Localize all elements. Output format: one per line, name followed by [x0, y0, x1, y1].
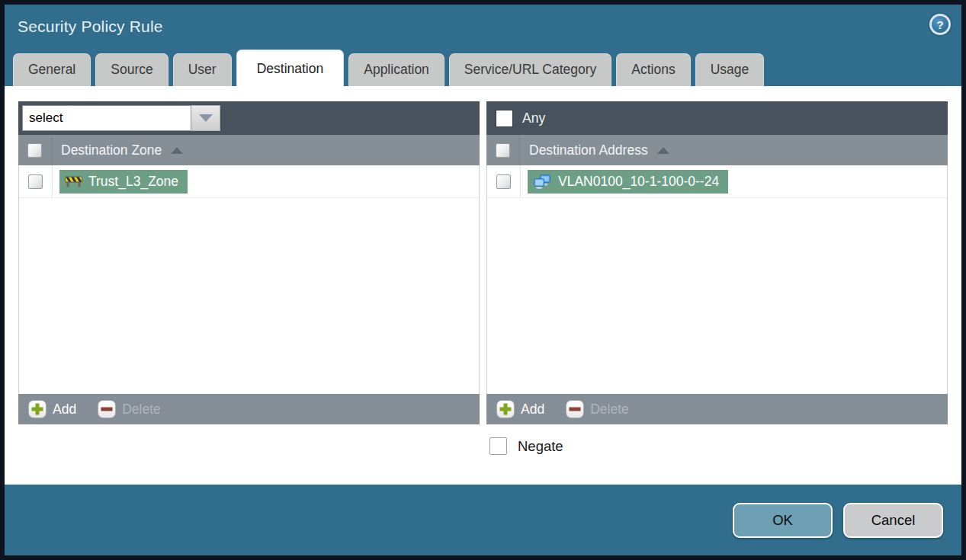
zone-list: Trust_L3_Zone: [18, 165, 480, 394]
zone-filter-dropdown-button[interactable]: [191, 105, 220, 131]
cancel-button[interactable]: Cancel: [843, 503, 943, 538]
destination-tab-content: Destination Zone: [5, 86, 961, 485]
zone-barrier-icon: [65, 175, 82, 187]
tab-general[interactable]: General: [13, 53, 91, 87]
zone-delete-button[interactable]: Delete: [98, 400, 161, 418]
zone-panel-topbar: [18, 101, 480, 135]
zone-row-checkbox-cell: [19, 165, 53, 197]
tab-service-url-category[interactable]: Service/URL Category: [449, 53, 611, 87]
tab-actions[interactable]: Actions: [616, 53, 690, 87]
address-list: VLAN0100_10-1-100-0--24: [486, 165, 948, 394]
ok-button[interactable]: OK: [733, 503, 833, 538]
address-add-label: Add: [521, 402, 544, 418]
zone-panel: Destination Zone: [18, 101, 480, 424]
tab-source[interactable]: Source: [95, 53, 168, 87]
zone-table-header: Destination Zone: [18, 135, 480, 165]
tab-bar: General Source User Destination Applicat…: [5, 48, 961, 86]
zone-add-label: Add: [53, 402, 76, 418]
negate-row: Negate: [489, 437, 948, 455]
zone-filter-input[interactable]: [22, 105, 191, 131]
zone-chip[interactable]: Trust_L3_Zone: [59, 170, 188, 194]
zone-header-checkbox-cell: [18, 135, 52, 165]
network-address-icon: [533, 174, 552, 189]
address-table-header: Destination Address: [486, 135, 948, 165]
tab-destination[interactable]: Destination: [236, 50, 345, 87]
plus-icon: [496, 400, 515, 418]
address-panel: Any Destination Address: [486, 101, 948, 424]
negate-label: Negate: [518, 438, 563, 455]
tab-usage[interactable]: Usage: [695, 53, 765, 87]
zone-select-all-checkbox[interactable]: [27, 143, 42, 158]
address-column-header: Destination Address: [529, 142, 648, 158]
address-row-checkbox-cell: [487, 165, 521, 197]
zone-filter-combo: [22, 105, 220, 131]
security-policy-rule-dialog: Security Policy Rule ? General Source Us…: [0, 0, 966, 560]
panels-row: Destination Zone: [18, 101, 948, 455]
any-checkbox[interactable]: [496, 110, 512, 126]
zone-column-header: Destination Zone: [61, 142, 162, 158]
tab-application[interactable]: Application: [348, 53, 444, 87]
any-label: Any: [522, 110, 545, 126]
zone-row-checkbox[interactable]: [28, 174, 43, 189]
zone-add-button[interactable]: Add: [28, 400, 76, 418]
address-select-all-checkbox[interactable]: [496, 143, 510, 158]
address-column: Any Destination Address: [486, 101, 948, 455]
address-add-button[interactable]: Add: [496, 400, 544, 418]
zone-column: Destination Zone: [18, 101, 480, 455]
help-icon[interactable]: ?: [929, 14, 951, 35]
sort-ascending-icon: [171, 147, 183, 154]
minus-icon: [98, 400, 116, 418]
address-header-checkbox-cell: [486, 135, 520, 165]
address-panel-footer: Add Delete: [486, 394, 948, 424]
address-delete-label: Delete: [590, 402, 629, 418]
address-panel-topbar: Any: [486, 101, 948, 135]
chevron-down-icon: [199, 114, 213, 122]
address-list-row[interactable]: VLAN0100_10-1-100-0--24: [487, 165, 947, 198]
address-chip[interactable]: VLAN0100_10-1-100-0--24: [528, 170, 728, 194]
minus-icon: [566, 400, 584, 418]
plus-icon: [28, 400, 47, 418]
address-row-checkbox[interactable]: [496, 174, 511, 189]
negate-checkbox[interactable]: [489, 437, 507, 455]
zone-list-row[interactable]: Trust_L3_Zone: [19, 165, 479, 198]
zone-panel-footer: Add Delete: [18, 394, 480, 424]
title-bar: Security Policy Rule ?: [5, 5, 961, 48]
sort-ascending-icon: [657, 147, 669, 154]
dialog-title: Security Policy Rule: [18, 18, 163, 36]
tab-user[interactable]: User: [173, 53, 232, 87]
address-delete-button[interactable]: Delete: [566, 400, 629, 418]
dialog-button-bar: OK Cancel: [5, 485, 961, 555]
zone-row-label: Trust_L3_Zone: [88, 174, 178, 190]
address-row-label: VLAN0100_10-1-100-0--24: [558, 174, 719, 190]
zone-delete-label: Delete: [122, 402, 161, 418]
